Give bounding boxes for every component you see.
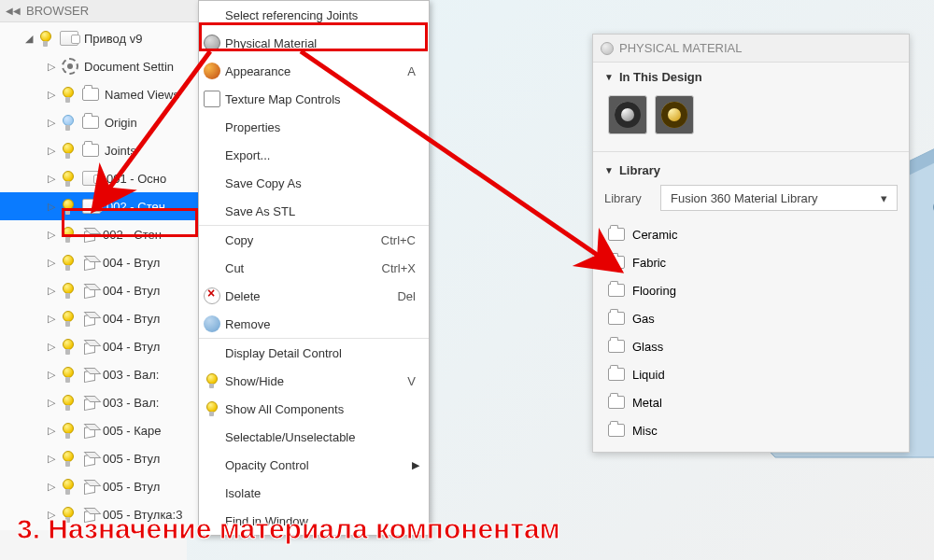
cube-icon bbox=[204, 91, 220, 107]
material-icon bbox=[601, 42, 614, 55]
swatch-silver[interactable] bbox=[608, 95, 647, 134]
bulb-icon bbox=[204, 400, 220, 417]
menu-item[interactable]: Properties bbox=[199, 113, 429, 141]
context-menu[interactable]: Select referencing JointsPhysical Materi… bbox=[198, 0, 430, 536]
material-panel-title[interactable]: PHYSICAL MATERIAL bbox=[593, 35, 909, 63]
section-library[interactable]: ▼Library bbox=[604, 163, 898, 177]
library-folder[interactable]: Fabric bbox=[606, 248, 898, 276]
menu-item[interactable]: AppearanceA bbox=[199, 57, 429, 85]
swatch-gold[interactable] bbox=[655, 95, 694, 134]
caption-text: 3. Назначение материала компонентам bbox=[17, 513, 560, 545]
menu-item[interactable]: CopyCtrl+C bbox=[199, 226, 429, 254]
menu-item[interactable]: CutCtrl+X bbox=[199, 254, 429, 282]
folder-icon bbox=[608, 340, 625, 353]
folder-icon bbox=[608, 284, 625, 297]
library-folder[interactable]: Flooring bbox=[606, 276, 898, 304]
library-folders[interactable]: CeramicFabricFlooringGasGlassLiquidMetal… bbox=[604, 220, 898, 444]
library-folder[interactable]: Ceramic bbox=[606, 220, 898, 248]
menu-item[interactable]: Selectable/Unselectable bbox=[199, 423, 429, 451]
browser-title: BROWSER bbox=[26, 4, 89, 18]
folder-icon bbox=[608, 368, 625, 381]
library-folder[interactable]: Liquid bbox=[606, 360, 898, 388]
library-folder[interactable]: Glass bbox=[606, 332, 898, 360]
delete-icon bbox=[204, 287, 220, 304]
menu-item[interactable]: Select referencing Joints bbox=[199, 1, 429, 29]
chevron-down-icon: ▾ bbox=[881, 191, 887, 205]
bulb-icon bbox=[204, 372, 220, 389]
collapse-icon[interactable]: ◀◀ bbox=[6, 6, 21, 16]
remove-icon bbox=[204, 315, 220, 332]
menu-item[interactable]: Isolate bbox=[199, 479, 429, 507]
folder-icon bbox=[608, 256, 625, 269]
menu-item[interactable]: Show/HideV bbox=[199, 367, 429, 395]
menu-item[interactable]: Show All Components bbox=[199, 395, 429, 423]
menu-item[interactable]: Physical Material bbox=[199, 29, 429, 57]
library-label: Library bbox=[604, 191, 651, 205]
material-panel[interactable]: PHYSICAL MATERIAL ▼In This Design ▼Libra… bbox=[592, 34, 910, 453]
menu-item[interactable]: Display Detail Control bbox=[199, 339, 429, 367]
section-in-design[interactable]: ▼In This Design bbox=[604, 70, 898, 84]
globe-icon bbox=[204, 35, 220, 51]
library-select[interactable]: Fusion 360 Material Library ▾ bbox=[660, 185, 898, 211]
library-folder[interactable]: Gas bbox=[606, 304, 898, 332]
menu-item[interactable]: Export... bbox=[199, 141, 429, 169]
menu-item[interactable]: Texture Map Controls bbox=[199, 85, 429, 113]
menu-item[interactable]: Save As STL bbox=[199, 197, 429, 225]
menu-item[interactable]: DeleteDel bbox=[199, 282, 429, 310]
library-folder[interactable]: Metal bbox=[606, 388, 898, 416]
folder-icon bbox=[608, 312, 625, 325]
menu-item[interactable]: Opacity Control▶ bbox=[199, 451, 429, 479]
folder-icon bbox=[608, 424, 625, 437]
library-folder[interactable]: Misc bbox=[606, 416, 898, 444]
menu-item[interactable]: Save Copy As bbox=[199, 169, 429, 197]
swatches bbox=[604, 91, 898, 140]
sphere-icon bbox=[204, 63, 220, 79]
folder-icon bbox=[608, 228, 625, 241]
folder-icon bbox=[608, 396, 625, 409]
menu-item[interactable]: Remove bbox=[199, 310, 429, 338]
